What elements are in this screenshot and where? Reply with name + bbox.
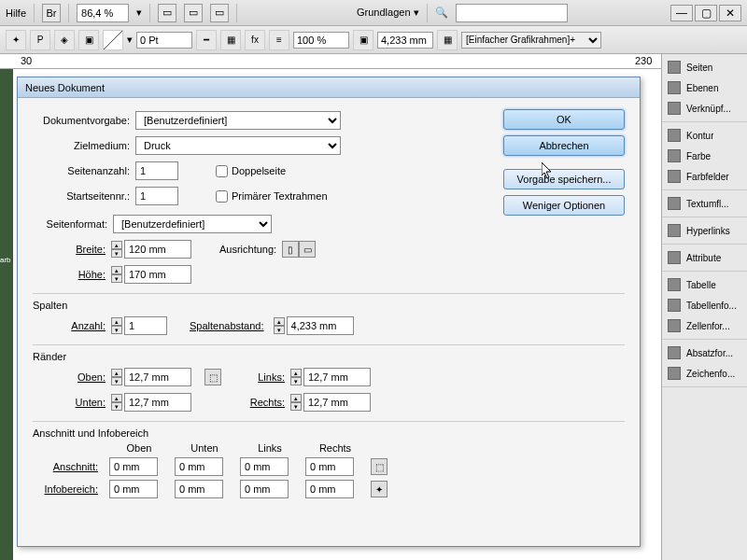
panel-textumfl-[interactable]: Textumfl... xyxy=(662,193,747,214)
margin-left-label: Links: xyxy=(234,371,290,383)
slug-bottom-input[interactable] xyxy=(175,480,223,498)
slug-top-input[interactable] xyxy=(109,480,158,498)
slug-left-input[interactable] xyxy=(240,480,289,498)
kontur-icon xyxy=(668,129,681,142)
help-link[interactable]: Hilfe xyxy=(6,7,26,19)
facing-pages-checkbox[interactable]: Doppelseite xyxy=(216,165,286,177)
spinner-icon[interactable]: ▴▾ xyxy=(111,317,122,334)
columns-title: Spalten xyxy=(33,300,625,311)
link-margins-icon[interactable]: ⬚ xyxy=(204,369,221,385)
bleed-bottom-input[interactable] xyxy=(175,457,223,476)
tool-icon[interactable]: ▣ xyxy=(353,30,374,50)
panel-kontur[interactable]: Kontur xyxy=(662,125,747,146)
panel-label: Seiten xyxy=(686,63,712,73)
tool-icon[interactable]: P xyxy=(30,30,50,50)
zoom-dropdown-icon[interactable]: ▾ xyxy=(136,7,142,19)
bleed-left-input[interactable] xyxy=(240,457,289,476)
spinner-icon[interactable]: ▴▾ xyxy=(111,266,122,283)
tool-icon[interactable]: ✦ xyxy=(6,30,26,50)
tool-icon[interactable]: ◈ xyxy=(54,30,75,50)
fill-none-icon[interactable] xyxy=(103,30,123,50)
slug-label: Infobereich: xyxy=(33,483,104,495)
spinner-icon[interactable]: ▴▾ xyxy=(111,369,122,385)
preset-select[interactable]: [Benutzerdefiniert] xyxy=(135,111,341,130)
panel-absatzfor-[interactable]: Absatzfor... xyxy=(662,343,747,363)
fx-icon[interactable]: fx xyxy=(245,30,265,50)
panel-farbe[interactable]: Farbe xyxy=(662,146,747,166)
chevron-down-icon[interactable]: ▾ xyxy=(127,34,133,46)
panel-dock: SeitenEbenenVerknüpf...KonturFarbeFarbfe… xyxy=(661,54,747,560)
cancel-button[interactable]: Abbrechen xyxy=(503,135,625,156)
bleed-right-input[interactable] xyxy=(305,457,354,476)
panel-attribute[interactable]: Attribute xyxy=(662,247,747,268)
spinner-icon[interactable]: ▴▾ xyxy=(111,241,122,258)
panel-verkn-pf-[interactable]: Verknüpf... xyxy=(662,98,747,119)
stroke-weight-input[interactable] xyxy=(136,32,192,49)
view-mode-3-icon[interactable]: ▭ xyxy=(210,4,229,22)
panel-zeichenfo-[interactable]: Zeichenfo... xyxy=(662,363,747,384)
intent-label: Zielmedium: xyxy=(33,140,135,151)
bridge-button[interactable]: Br xyxy=(42,4,61,22)
tool-icon[interactable]: ━ xyxy=(196,30,217,50)
slug-right-input[interactable] xyxy=(305,480,354,498)
start-page-input[interactable] xyxy=(135,187,178,205)
tool-icon[interactable]: ▣ xyxy=(78,30,99,50)
link-bleed-icon[interactable]: ⬚ xyxy=(371,458,388,475)
maximize-icon[interactable]: ▢ xyxy=(695,5,717,21)
primary-text-frame-checkbox[interactable]: Primärer Textrahmen xyxy=(216,190,328,203)
view-mode-2-icon[interactable]: ▭ xyxy=(184,4,203,22)
opacity-input[interactable] xyxy=(293,32,349,49)
panel-zellenfor-[interactable]: Zellenfor... xyxy=(662,315,747,336)
panel-label: Farbfelder xyxy=(686,172,729,182)
height-input[interactable] xyxy=(124,265,191,284)
tool-icon[interactable]: ▦ xyxy=(437,30,458,50)
tool-icon[interactable]: ▦ xyxy=(220,30,241,50)
spinner-icon[interactable]: ▴▾ xyxy=(111,394,122,411)
width-label: Breite: xyxy=(33,244,111,255)
measure-input[interactable] xyxy=(377,32,433,49)
pagesize-select[interactable]: [Benutzerdefiniert] xyxy=(113,215,272,233)
spinner-icon[interactable]: ▴▾ xyxy=(290,369,302,385)
link-slug-icon[interactable]: ✦ xyxy=(371,481,388,497)
panel-seiten[interactable]: Seiten xyxy=(662,57,747,77)
frame-preset-select[interactable]: [Einfacher Grafikrahmen]+ xyxy=(461,32,601,49)
panel-hyperlinks[interactable]: Hyperlinks xyxy=(662,220,747,241)
portrait-icon[interactable]: ▯ xyxy=(282,241,299,258)
margin-left-input[interactable] xyxy=(303,368,371,386)
margin-right-input[interactable] xyxy=(303,393,371,412)
tool-icon[interactable]: ≡ xyxy=(269,30,289,50)
search-input[interactable] xyxy=(456,4,568,22)
save-preset-button[interactable]: Vorgabe speichern... xyxy=(503,169,625,189)
columns-input[interactable] xyxy=(124,316,167,335)
view-mode-1-icon[interactable]: ▭ xyxy=(158,4,176,22)
close-icon[interactable]: ✕ xyxy=(719,5,741,21)
minimize-icon[interactable]: — xyxy=(670,5,693,21)
gutter-label: Spaltenabstand: xyxy=(190,320,270,331)
col-header: Links xyxy=(240,442,300,454)
gutter-input[interactable] xyxy=(287,316,354,335)
pages-input[interactable] xyxy=(135,161,178,180)
panel-farbfelder[interactable]: Farbfelder xyxy=(662,166,747,187)
fewer-options-button[interactable]: Weniger Optionen xyxy=(503,195,625,216)
spinner-icon[interactable]: ▴▾ xyxy=(274,317,285,334)
width-input[interactable] xyxy=(124,240,191,259)
intent-select[interactable]: Druck xyxy=(135,136,341,155)
col-header: Unten xyxy=(175,442,234,454)
panel-label: Zellenfor... xyxy=(686,321,730,331)
ok-button[interactable]: OK xyxy=(503,109,625,130)
landscape-icon[interactable]: ▭ xyxy=(299,241,316,258)
spinner-icon[interactable]: ▴▾ xyxy=(290,394,302,411)
control-panel: ✦ P ◈ ▣ ▾ ━ ▦ fx ≡ ▣ ▦ [Einfacher Grafik… xyxy=(0,26,747,54)
margin-top-label: Oben: xyxy=(33,371,111,383)
workspace-selector[interactable]: Grundlagen ▾ xyxy=(357,7,419,19)
panel-ebenen[interactable]: Ebenen xyxy=(662,77,747,98)
zoom-input[interactable] xyxy=(77,4,129,22)
panel-tabellenfo-[interactable]: Tabellenfo... xyxy=(662,295,747,315)
margin-top-input[interactable] xyxy=(124,368,191,386)
seiten-icon xyxy=(668,61,681,74)
panel-tabelle[interactable]: Tabelle xyxy=(662,274,747,295)
bleed-top-input[interactable] xyxy=(109,457,158,476)
margin-bottom-input[interactable] xyxy=(124,393,191,412)
textumfl-icon xyxy=(668,197,681,210)
columns-label: Anzahl: xyxy=(33,320,111,331)
